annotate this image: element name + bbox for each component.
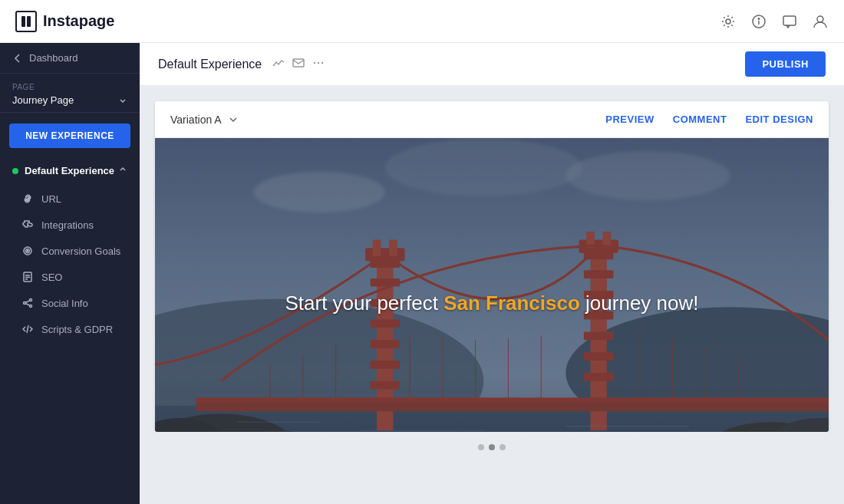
experience-name: Default Experience xyxy=(25,165,114,176)
page-select[interactable]: Journey Page xyxy=(12,94,127,106)
scroll-indicator xyxy=(478,444,506,450)
sidebar-item-scripts-gdpr[interactable]: Scripts & GDPR xyxy=(0,316,140,342)
back-to-dashboard[interactable]: Dashboard xyxy=(0,43,140,74)
publish-button[interactable]: PUBLISH xyxy=(745,51,826,77)
sidebar-item-conversion-goals[interactable]: Conversion Goals xyxy=(0,238,140,264)
svg-point-2 xyxy=(726,19,730,24)
svg-line-19 xyxy=(26,304,30,305)
sidebar-item-url[interactable]: URL xyxy=(0,186,140,212)
svg-point-10 xyxy=(27,250,28,252)
content-header-icons xyxy=(272,57,325,72)
logo-area: Instapage xyxy=(15,11,114,32)
svg-rect-20 xyxy=(293,59,304,67)
svg-point-22 xyxy=(318,61,319,63)
svg-point-15 xyxy=(30,299,32,301)
dashboard-label: Dashboard xyxy=(29,52,78,64)
svg-point-7 xyxy=(817,16,823,22)
top-header: Instapage xyxy=(0,0,844,43)
bridge-illustration xyxy=(155,138,829,432)
experience-status-dot xyxy=(12,168,18,174)
canvas-wrapper: Variation A PREVIEW COMMENT EDIT DESIGN xyxy=(155,101,829,432)
chat-icon[interactable] xyxy=(781,13,798,30)
experience-item-inner: Default Experience xyxy=(12,165,114,176)
variation-select[interactable]: Variation A xyxy=(170,114,239,126)
sidebar-item-integrations-label: Integrations xyxy=(41,219,94,231)
target-icon xyxy=(21,245,34,257)
puzzle-icon xyxy=(21,219,34,231)
svg-point-21 xyxy=(314,61,315,63)
preview-button[interactable]: PREVIEW xyxy=(605,114,654,125)
dot-1 xyxy=(478,444,484,450)
sidebar-item-scripts-gdpr-label: Scripts & GDPR xyxy=(41,324,113,335)
canvas-toolbar: Variation A PREVIEW COMMENT EDIT DESIGN xyxy=(155,101,829,138)
dot-3 xyxy=(499,444,506,450)
logo-icon xyxy=(15,11,37,32)
page-label: Page xyxy=(12,83,127,91)
header-icons xyxy=(720,13,829,30)
svg-rect-6 xyxy=(783,16,796,25)
edit-design-button[interactable]: EDIT DESIGN xyxy=(745,114,813,125)
canvas-area: Variation A PREVIEW COMMENT EDIT DESIGN xyxy=(140,86,844,504)
svg-line-18 xyxy=(26,301,30,302)
svg-point-5 xyxy=(758,18,760,19)
email-icon[interactable] xyxy=(292,57,305,72)
code-icon xyxy=(21,323,34,335)
sidebar-item-conversion-goals-label: Conversion Goals xyxy=(41,245,120,257)
below-fold xyxy=(155,432,829,489)
preview-text-after: journey now! xyxy=(580,292,699,315)
sidebar-item-social-info[interactable]: Social Info xyxy=(0,290,140,316)
svg-rect-77 xyxy=(155,138,829,432)
sidebar-item-social-info-label: Social Info xyxy=(41,298,88,309)
preview-text-before: Start your perfect xyxy=(285,292,443,315)
sidebar-item-seo-label: SEO xyxy=(41,272,62,283)
document-icon xyxy=(21,271,34,283)
settings-icon[interactable] xyxy=(720,13,737,30)
svg-rect-1 xyxy=(27,16,31,27)
content-header-left: Default Experience xyxy=(158,57,325,72)
share-icon xyxy=(21,297,34,309)
sidebar-sub-items: URL Integrations xyxy=(0,183,140,345)
content-area: Default Experience xyxy=(140,43,844,504)
more-options-icon[interactable] xyxy=(312,57,325,72)
svg-point-16 xyxy=(24,302,26,305)
dot-2 xyxy=(489,444,495,450)
experience-item[interactable]: Default Experience xyxy=(0,159,140,183)
preview-text-highlight: San Francisco xyxy=(443,292,580,315)
variation-name: Variation A xyxy=(170,114,222,126)
comment-button[interactable]: COMMENT xyxy=(673,114,727,125)
main-layout: Dashboard Page Journey Page NEW EXPERIEN… xyxy=(0,43,844,504)
preview-text: Start your perfect San Francisco journey… xyxy=(285,292,698,315)
preview-image: Start your perfect San Francisco journey… xyxy=(155,138,829,432)
sidebar-item-integrations[interactable]: Integrations xyxy=(0,212,140,238)
svg-point-17 xyxy=(30,305,32,308)
info-icon[interactable] xyxy=(750,13,767,30)
page-name: Journey Page xyxy=(12,94,74,106)
page-section: Page Journey Page xyxy=(0,74,140,113)
svg-rect-0 xyxy=(21,16,25,27)
app-name: Instapage xyxy=(43,12,114,30)
sidebar-item-url-label: URL xyxy=(41,193,61,205)
new-experience-button[interactable]: NEW EXPERIENCE xyxy=(9,124,130,148)
link-icon xyxy=(21,193,34,205)
sidebar-item-seo[interactable]: SEO xyxy=(0,264,140,290)
content-header: Default Experience xyxy=(140,43,844,86)
analytics-icon[interactable] xyxy=(272,57,285,72)
sidebar: Dashboard Page Journey Page NEW EXPERIEN… xyxy=(0,43,140,504)
user-icon[interactable] xyxy=(812,13,829,30)
canvas-toolbar-actions: PREVIEW COMMENT EDIT DESIGN xyxy=(605,114,813,125)
content-title: Default Experience xyxy=(158,58,262,71)
svg-point-23 xyxy=(321,61,323,63)
